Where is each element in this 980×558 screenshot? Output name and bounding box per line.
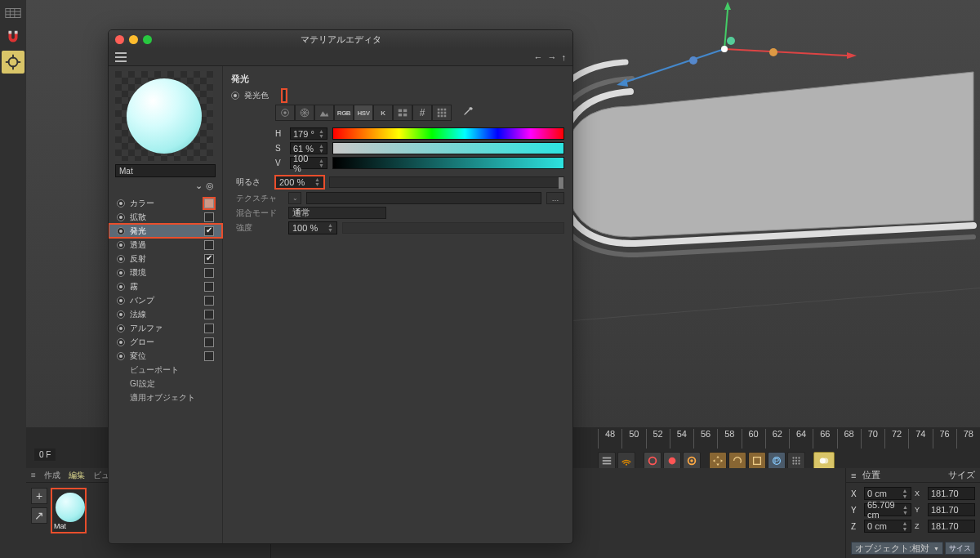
target-icon[interactable]: ◎	[206, 181, 214, 191]
tb-record-icon[interactable]	[644, 452, 662, 470]
eyedropper-icon[interactable]	[461, 105, 474, 120]
picker-swatches-icon[interactable]	[393, 105, 412, 121]
picker-spectrum-icon[interactable]	[295, 105, 314, 121]
luminance-color-swatch[interactable]	[283, 90, 285, 101]
tool-snap-icon[interactable]	[2, 51, 24, 74]
check-luminance[interactable]	[204, 226, 214, 236]
check-bump[interactable]	[204, 296, 214, 306]
nav-fwd-icon[interactable]: →	[548, 52, 557, 62]
material-thumbnail[interactable]: Mat	[51, 488, 87, 533]
check-glow[interactable]	[204, 337, 214, 347]
val-slider[interactable]	[332, 157, 564, 169]
texture-input[interactable]	[306, 192, 541, 204]
picker-wheel-icon[interactable]	[275, 105, 295, 121]
check-fog[interactable]	[204, 282, 214, 292]
picker-grid-icon[interactable]	[432, 105, 452, 121]
picker-hsv-button[interactable]: HSV	[354, 105, 373, 121]
channel-assign[interactable]: 適用オブジェクト	[117, 391, 214, 404]
channel-gi[interactable]: GI設定	[117, 377, 214, 391]
check-environment[interactable]	[204, 268, 214, 278]
material-name-input[interactable]: Mat	[115, 164, 216, 177]
radio-transparency[interactable]	[117, 241, 125, 249]
radio-luminance[interactable]	[117, 227, 125, 235]
size-z-input[interactable]: 181.70	[928, 520, 975, 533]
chevron-down-icon[interactable]: ⌄	[195, 181, 203, 191]
brightness-input[interactable]: 200 %▲▼	[275, 176, 324, 189]
sat-slider[interactable]	[332, 142, 564, 154]
picker-hash-icon[interactable]: #	[412, 105, 432, 121]
radio-fog[interactable]	[117, 283, 125, 291]
titlebar[interactable]: マテリアルエディタ	[109, 30, 572, 48]
hamburger-icon[interactable]: ≡	[851, 471, 856, 480]
picker-rgb-button[interactable]: RGB	[334, 105, 354, 121]
tb-wifi-icon[interactable]	[617, 452, 635, 470]
svg-rect-56	[438, 112, 440, 114]
coord-mode-dropdown[interactable]: オブジェクト:相対▼	[851, 542, 943, 555]
tb-scale-icon[interactable]	[748, 452, 766, 470]
coord-z-input[interactable]: 0 cm▲▼	[864, 520, 911, 533]
tb-keysel-icon[interactable]	[683, 452, 701, 470]
tb-rotate-icon[interactable]	[728, 452, 746, 470]
radio-bump[interactable]	[117, 297, 125, 305]
svg-point-21	[769, 48, 777, 56]
tool-magnet-icon[interactable]	[2, 26, 24, 49]
svg-point-34	[792, 457, 794, 458]
check-transparency[interactable]	[204, 240, 214, 250]
hamburger-icon[interactable]: ≡	[31, 471, 36, 480]
radio-glow[interactable]	[117, 338, 125, 346]
channel-list-panel: Mat ⌄ ◎ カラー 拡散 発光 透過 反射 環境 霧 バンプ 法線 アルファ…	[109, 66, 223, 543]
svg-point-19	[721, 46, 728, 52]
tab-edit[interactable]: 編集	[69, 470, 85, 481]
tab-create[interactable]: 作成	[44, 470, 60, 481]
add-icon[interactable]: +	[31, 488, 47, 504]
check-alpha[interactable]	[204, 324, 214, 333]
radio-displacement[interactable]	[117, 352, 125, 360]
blend-dropdown[interactable]: 通常	[288, 207, 386, 219]
brightness-slider[interactable]	[329, 176, 564, 188]
size-x-input[interactable]: 181.70	[928, 487, 975, 500]
picker-kelvin-button[interactable]: K	[373, 105, 393, 121]
radio-lumcolor[interactable]	[231, 92, 239, 100]
menu-icon[interactable]	[115, 52, 127, 62]
radio-reflection[interactable]	[117, 255, 125, 263]
expand-icon[interactable]: ↗	[31, 507, 47, 524]
tb-move-icon[interactable]	[709, 452, 727, 470]
tb-menu-icon[interactable]	[598, 452, 616, 470]
tab-view[interactable]: ビュ	[93, 470, 109, 481]
radio-alpha[interactable]	[117, 324, 125, 333]
svg-line-13	[724, 49, 847, 56]
tb-key-icon[interactable]	[663, 452, 681, 470]
radio-normal[interactable]	[117, 310, 125, 319]
material-preview[interactable]	[115, 71, 213, 161]
check-color[interactable]	[204, 199, 214, 208]
hue-input[interactable]: 179 °▲▼	[290, 127, 327, 140]
nav-up-icon[interactable]: ↑	[562, 52, 567, 62]
radio-color[interactable]	[117, 199, 125, 208]
intensity-input[interactable]: 100 %▲▼	[288, 221, 337, 234]
picker-image-icon[interactable]	[314, 105, 334, 121]
check-diffuse[interactable]	[204, 212, 214, 222]
texture-browse-button[interactable]: …	[546, 192, 564, 204]
channel-viewport[interactable]: ビューポート	[117, 363, 214, 377]
svg-point-22	[689, 56, 697, 65]
coord-y-input[interactable]: 65.709 cm▲▼	[864, 503, 911, 516]
radio-diffuse[interactable]	[117, 213, 125, 221]
nav-back-icon[interactable]: ←	[534, 52, 543, 62]
texture-dropdown[interactable]: ⌄	[288, 192, 301, 204]
hue-slider[interactable]	[332, 127, 564, 140]
radio-environment[interactable]	[117, 269, 125, 277]
svg-point-46	[283, 111, 287, 114]
check-normal[interactable]	[204, 310, 214, 319]
tb-render-icon[interactable]	[813, 452, 835, 470]
coord-x-input[interactable]: 0 cm▲▼	[864, 487, 911, 500]
size-y-input[interactable]: 181.70	[928, 503, 975, 516]
coord-size-btn[interactable]: サイス	[945, 542, 975, 555]
val-input[interactable]: 100 %▲▼	[290, 157, 327, 169]
check-displacement[interactable]	[204, 351, 214, 361]
timeline-ruler[interactable]: 48505254565860626466687072747678	[598, 429, 980, 449]
tb-param-icon[interactable]: P	[768, 452, 786, 470]
check-reflection[interactable]	[204, 254, 214, 264]
svg-point-41	[795, 462, 797, 464]
tool-grid-icon[interactable]	[2, 2, 24, 25]
tb-grid-icon[interactable]	[787, 452, 805, 470]
